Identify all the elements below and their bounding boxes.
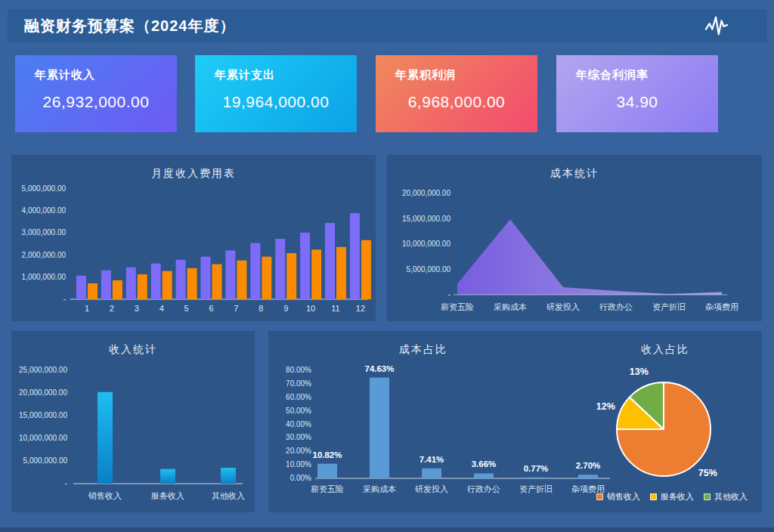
svg-text:采购成本: 采购成本 (363, 484, 396, 493)
svg-text:10.00%: 10.00% (286, 460, 311, 469)
svg-text:10: 10 (306, 304, 315, 313)
svg-text:6: 6 (209, 304, 213, 313)
svg-text:研发投入: 研发投入 (546, 302, 580, 311)
svg-text:1: 1 (85, 304, 89, 313)
svg-text:销售收入: 销售收入 (88, 491, 122, 500)
kpi-label: 年综合利润率 (556, 68, 718, 82)
svg-text:74.63%: 74.63% (364, 364, 394, 373)
kpi-card-annual-income: 年累计收入 26,932,000.00 (15, 55, 177, 132)
svg-text:10,000,000.00: 10,000,000.00 (19, 434, 67, 442)
legend-label: 其他收入 (714, 491, 748, 503)
pulse-icon (703, 14, 730, 37)
chart-title-monthly: 月度收入费用表 (11, 167, 376, 181)
page-title: 融资财务预算案（2024年度） (24, 16, 236, 36)
panel-income-stats: 收入统计 -5,000,000.0010,000,000.0015,000,00… (11, 331, 255, 512)
svg-text:5,000,000.00: 5,000,000.00 (407, 265, 451, 274)
svg-text:服务收入: 服务收入 (151, 491, 184, 500)
svg-text:研发投入: 研发投入 (415, 484, 448, 493)
svg-text:11: 11 (331, 304, 339, 313)
kpi-value: 26,932,000.00 (15, 93, 177, 111)
income-bar-chart: -5,000,000.0010,000,000.0015,000,000.002… (11, 331, 255, 512)
bottom-edge (0, 527, 774, 532)
svg-text:2.70%: 2.70% (576, 461, 601, 470)
svg-text:杂项费用: 杂项费用 (705, 302, 738, 311)
kpi-label: 年累计收入 (15, 68, 177, 82)
svg-text:30.00%: 30.00% (286, 433, 311, 441)
svg-text:7.41%: 7.41% (420, 455, 444, 464)
legend-item: 服务收入 (650, 491, 694, 503)
svg-text:75%: 75% (698, 468, 717, 478)
pie-legend: 销售收入服务收入其他收入 (582, 491, 762, 503)
legend-swatch (704, 493, 711, 500)
kpi-card-annual-expense: 年累计支出 19,964,000.00 (195, 55, 357, 132)
svg-text:4,000,000.00: 4,000,000.00 (22, 206, 67, 215)
svg-text:7: 7 (234, 304, 238, 313)
legend-item: 销售收入 (596, 491, 640, 503)
cost-share-and-pie-chart: 0.00%10.00%20.00%30.00%40.00%50.00%60.00… (268, 331, 762, 512)
kpi-label: 年累计支出 (195, 68, 357, 82)
svg-text:20,000,000.00: 20,000,000.00 (402, 189, 450, 197)
svg-text:其他收入: 其他收入 (212, 491, 245, 500)
svg-text:4: 4 (159, 304, 164, 313)
svg-text:10,000,000.00: 10,000,000.00 (402, 240, 450, 248)
kpi-label: 年累积利润 (376, 68, 537, 82)
svg-text:2,000,000.00: 2,000,000.00 (22, 251, 67, 259)
svg-text:20,000,000.00: 20,000,000.00 (19, 388, 67, 397)
panel-cost-stats: 成本统计 -5,000,000.0010,000,000.0015,000,00… (387, 155, 762, 321)
svg-text:行政办公: 行政办公 (467, 484, 500, 493)
chart-title-income-stats: 收入统计 (11, 343, 255, 357)
svg-text:9: 9 (283, 304, 288, 313)
kpi-card-annual-profit: 年累积利润 6,968,000.00 (376, 55, 537, 132)
svg-text:薪资五险: 薪资五险 (311, 484, 344, 493)
svg-text:5,000,000.00: 5,000,000.00 (22, 184, 67, 193)
svg-text:25,000,000.00: 25,000,000.00 (19, 366, 67, 374)
svg-text:70.00%: 70.00% (286, 379, 311, 388)
svg-text:12: 12 (356, 304, 365, 313)
svg-text:薪资五险: 薪资五险 (441, 302, 474, 311)
svg-text:-: - (448, 290, 450, 298)
legend-swatch (650, 493, 657, 500)
svg-text:资产折旧: 资产折旧 (519, 484, 553, 493)
svg-text:15,000,000.00: 15,000,000.00 (19, 411, 67, 419)
dashboard: 融资财务预算案（2024年度） 年累计收入 26,932,000.00 年累计支… (0, 0, 774, 532)
svg-text:0.77%: 0.77% (524, 464, 549, 473)
legend-swatch (596, 493, 603, 500)
svg-text:20.00%: 20.00% (286, 447, 311, 455)
svg-text:3: 3 (135, 304, 139, 313)
legend-label: 销售收入 (607, 491, 640, 503)
header-bar: 融资财务预算案（2024年度） (8, 9, 766, 42)
kpi-value: 6,968,000.00 (376, 93, 537, 111)
kpi-value: 19,964,000.00 (195, 93, 357, 111)
svg-text:5,000,000.00: 5,000,000.00 (23, 456, 68, 465)
svg-text:-: - (65, 479, 67, 487)
svg-text:15,000,000.00: 15,000,000.00 (402, 215, 450, 223)
svg-text:40.00%: 40.00% (286, 420, 311, 428)
svg-text:3.66%: 3.66% (472, 459, 497, 469)
panel-cost-income-share: 成本占比 收入占比 0.00%10.00%20.00%30.00%40.00%5… (268, 331, 762, 512)
svg-text:0.00%: 0.00% (290, 474, 311, 482)
svg-text:60.00%: 60.00% (286, 393, 311, 401)
svg-text:3,000,000.00: 3,000,000.00 (22, 228, 67, 237)
svg-text:2: 2 (110, 304, 114, 313)
panel-monthly-income-expense: 月度收入费用表 -1,000,000.002,000,000.003,000,0… (11, 155, 376, 321)
svg-text:资产折旧: 资产折旧 (652, 302, 686, 311)
svg-text:8: 8 (259, 304, 263, 313)
svg-text:50.00%: 50.00% (286, 407, 311, 415)
legend-label: 服务收入 (661, 491, 694, 503)
chart-title-income-share: 收入占比 (593, 343, 737, 357)
svg-text:80.00%: 80.00% (286, 366, 311, 374)
svg-text:-: - (63, 295, 66, 303)
svg-text:采购成本: 采购成本 (494, 302, 527, 311)
chart-title-cost-share: 成本占比 (268, 343, 578, 357)
svg-text:12%: 12% (596, 401, 615, 412)
svg-text:1,000,000.00: 1,000,000.00 (22, 273, 67, 281)
kpi-value: 34.90 (556, 93, 718, 111)
svg-text:10.82%: 10.82% (312, 450, 342, 459)
chart-title-cost-stats: 成本统计 (387, 167, 762, 181)
svg-text:13%: 13% (630, 367, 649, 377)
svg-text:行政办公: 行政办公 (599, 302, 633, 311)
legend-item: 其他收入 (704, 491, 748, 503)
kpi-card-profit-rate: 年综合利润率 34.90 (556, 55, 718, 132)
svg-text:5: 5 (184, 304, 189, 313)
